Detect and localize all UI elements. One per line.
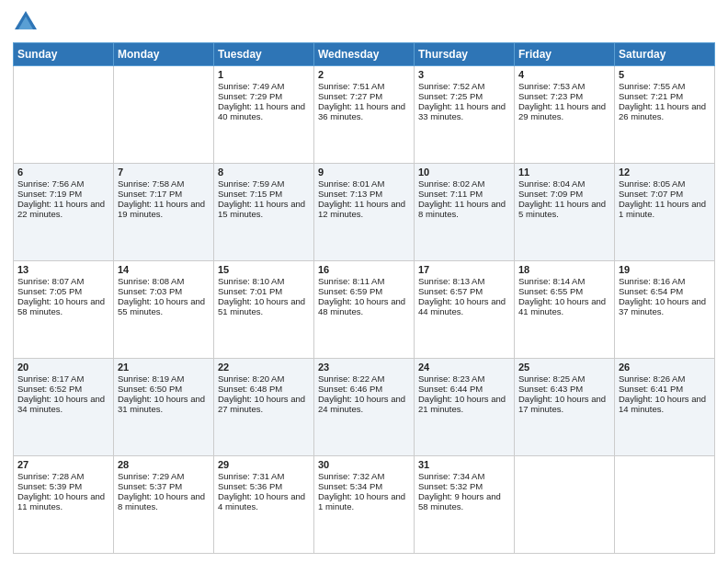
- day-info: Daylight: 10 hours and 4 minutes.: [218, 491, 310, 511]
- day-info: Daylight: 10 hours and 14 minutes.: [619, 394, 711, 414]
- day-number: 12: [619, 167, 711, 178]
- day-info: Daylight: 10 hours and 31 minutes.: [118, 394, 210, 414]
- calendar-cell: 19Sunrise: 8:16 AMSunset: 6:54 PMDayligh…: [615, 261, 715, 359]
- day-info: Sunset: 7:07 PM: [619, 189, 711, 199]
- day-info: Daylight: 11 hours and 40 minutes.: [218, 101, 310, 121]
- day-info: Daylight: 11 hours and 8 minutes.: [418, 199, 510, 219]
- calendar-cell: 11Sunrise: 8:04 AMSunset: 7:09 PMDayligh…: [515, 164, 615, 261]
- header-row: SundayMondayTuesdayWednesdayThursdayFrid…: [14, 43, 715, 66]
- day-info: Sunrise: 8:01 AM: [318, 178, 410, 189]
- calendar-cell: 12Sunrise: 8:05 AMSunset: 7:07 PMDayligh…: [615, 164, 715, 261]
- day-info: Daylight: 11 hours and 36 minutes.: [318, 101, 410, 121]
- day-info: Sunset: 5:37 PM: [118, 481, 210, 491]
- day-info: Sunrise: 7:32 AM: [318, 471, 410, 481]
- calendar-cell: 23Sunrise: 8:22 AMSunset: 6:46 PMDayligh…: [314, 359, 415, 456]
- day-info: Sunset: 7:03 PM: [118, 286, 210, 296]
- calendar-table: SundayMondayTuesdayWednesdayThursdayFrid…: [13, 42, 715, 554]
- day-info: Sunset: 7:23 PM: [518, 91, 610, 101]
- day-number: 29: [218, 459, 310, 470]
- day-number: 9: [318, 167, 410, 178]
- day-info: Sunset: 6:43 PM: [518, 384, 610, 394]
- day-info: Sunrise: 8:25 AM: [518, 373, 610, 384]
- day-number: 22: [218, 362, 310, 373]
- calendar-cell: 17Sunrise: 8:13 AMSunset: 6:57 PMDayligh…: [415, 261, 515, 359]
- day-info: Sunset: 7:19 PM: [17, 189, 109, 199]
- calendar-cell: 18Sunrise: 8:14 AMSunset: 6:55 PMDayligh…: [515, 261, 615, 359]
- day-info: Daylight: 10 hours and 48 minutes.: [318, 296, 410, 316]
- day-number: 8: [218, 167, 310, 178]
- day-info: Daylight: 11 hours and 19 minutes.: [118, 199, 210, 219]
- header-cell-saturday: Saturday: [615, 43, 715, 66]
- calendar-cell: 16Sunrise: 8:11 AMSunset: 6:59 PMDayligh…: [314, 261, 415, 359]
- calendar-cell: 7Sunrise: 7:58 AMSunset: 7:17 PMDaylight…: [114, 164, 214, 261]
- day-number: 26: [619, 362, 711, 373]
- day-info: Sunrise: 7:29 AM: [118, 471, 210, 481]
- day-info: Sunset: 7:25 PM: [418, 91, 510, 101]
- day-number: 20: [17, 362, 109, 373]
- day-info: Sunrise: 7:58 AM: [118, 178, 210, 189]
- calendar-cell: 27Sunrise: 7:28 AMSunset: 5:39 PMDayligh…: [14, 456, 114, 554]
- day-number: 10: [418, 167, 510, 178]
- calendar-cell: 9Sunrise: 8:01 AMSunset: 7:13 PMDaylight…: [314, 164, 415, 261]
- week-row-3: 13Sunrise: 8:07 AMSunset: 7:05 PMDayligh…: [14, 261, 715, 359]
- day-info: Sunrise: 8:14 AM: [518, 276, 610, 286]
- header-cell-tuesday: Tuesday: [214, 43, 314, 66]
- day-info: Sunset: 7:21 PM: [619, 91, 711, 101]
- day-info: Daylight: 11 hours and 12 minutes.: [318, 199, 410, 219]
- day-info: Sunrise: 7:56 AM: [17, 178, 109, 189]
- calendar-cell: 8Sunrise: 7:59 AMSunset: 7:15 PMDaylight…: [214, 164, 314, 261]
- day-number: 1: [218, 69, 310, 80]
- day-info: Sunrise: 8:17 AM: [17, 373, 109, 384]
- day-info: Daylight: 10 hours and 21 minutes.: [418, 394, 510, 414]
- week-row-5: 27Sunrise: 7:28 AMSunset: 5:39 PMDayligh…: [14, 456, 715, 554]
- day-info: Daylight: 10 hours and 24 minutes.: [318, 394, 410, 414]
- day-info: Sunrise: 7:34 AM: [418, 471, 510, 481]
- day-info: Sunrise: 7:49 AM: [218, 81, 310, 91]
- day-info: Daylight: 11 hours and 22 minutes.: [17, 199, 109, 219]
- day-info: Sunrise: 8:02 AM: [418, 178, 510, 189]
- calendar-cell: 22Sunrise: 8:20 AMSunset: 6:48 PMDayligh…: [214, 359, 314, 456]
- calendar-cell: [615, 456, 715, 554]
- calendar-cell: 6Sunrise: 7:56 AMSunset: 7:19 PMDaylight…: [14, 164, 114, 261]
- calendar-cell: 29Sunrise: 7:31 AMSunset: 5:36 PMDayligh…: [214, 456, 314, 554]
- week-row-2: 6Sunrise: 7:56 AMSunset: 7:19 PMDaylight…: [14, 164, 715, 261]
- day-info: Sunset: 7:15 PM: [218, 189, 310, 199]
- calendar-header: SundayMondayTuesdayWednesdayThursdayFrid…: [14, 43, 715, 66]
- day-info: Sunrise: 8:26 AM: [619, 373, 711, 384]
- day-number: 2: [318, 69, 410, 80]
- logo: [13, 9, 42, 35]
- calendar-cell: [14, 66, 114, 164]
- calendar-cell: 2Sunrise: 7:51 AMSunset: 7:27 PMDaylight…: [314, 66, 415, 164]
- calendar-cell: 4Sunrise: 7:53 AMSunset: 7:23 PMDaylight…: [515, 66, 615, 164]
- calendar-cell: 24Sunrise: 8:23 AMSunset: 6:44 PMDayligh…: [415, 359, 515, 456]
- day-info: Sunrise: 8:07 AM: [17, 276, 109, 286]
- day-info: Sunrise: 8:19 AM: [118, 373, 210, 384]
- day-info: Sunrise: 8:22 AM: [318, 373, 410, 384]
- day-info: Sunset: 7:13 PM: [318, 189, 410, 199]
- day-info: Daylight: 10 hours and 55 minutes.: [118, 296, 210, 316]
- calendar-cell: 1Sunrise: 7:49 AMSunset: 7:29 PMDaylight…: [214, 66, 314, 164]
- day-info: Sunset: 7:17 PM: [118, 189, 210, 199]
- day-info: Sunset: 6:48 PM: [218, 384, 310, 394]
- day-number: 13: [17, 264, 109, 275]
- day-number: 28: [118, 459, 210, 470]
- day-info: Sunrise: 8:10 AM: [218, 276, 310, 286]
- day-info: Sunset: 5:36 PM: [218, 481, 310, 491]
- day-info: Sunrise: 7:28 AM: [17, 471, 109, 481]
- calendar-cell: 13Sunrise: 8:07 AMSunset: 7:05 PMDayligh…: [14, 261, 114, 359]
- day-info: Sunrise: 7:31 AM: [218, 471, 310, 481]
- day-info: Daylight: 10 hours and 11 minutes.: [17, 491, 109, 511]
- day-info: Sunrise: 7:51 AM: [318, 81, 410, 91]
- calendar-cell: 30Sunrise: 7:32 AMSunset: 5:34 PMDayligh…: [314, 456, 415, 554]
- day-info: Daylight: 11 hours and 5 minutes.: [518, 199, 610, 219]
- day-info: Sunrise: 8:04 AM: [518, 178, 610, 189]
- header: [13, 9, 715, 35]
- day-info: Sunrise: 7:55 AM: [619, 81, 711, 91]
- calendar-cell: 10Sunrise: 8:02 AMSunset: 7:11 PMDayligh…: [415, 164, 515, 261]
- day-info: Sunset: 6:44 PM: [418, 384, 510, 394]
- page: SundayMondayTuesdayWednesdayThursdayFrid…: [0, 0, 728, 563]
- day-info: Daylight: 10 hours and 27 minutes.: [218, 394, 310, 414]
- day-info: Daylight: 10 hours and 17 minutes.: [518, 394, 610, 414]
- day-info: Sunset: 7:27 PM: [318, 91, 410, 101]
- day-info: Daylight: 10 hours and 37 minutes.: [619, 296, 711, 316]
